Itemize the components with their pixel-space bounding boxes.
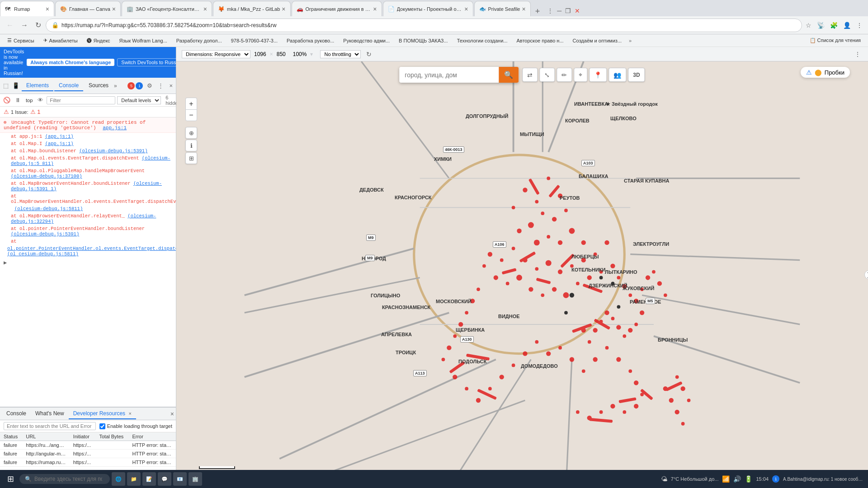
taskbar-sound-icon[interactable]: 🔊 xyxy=(733,475,741,483)
tab-elements[interactable]: Elements xyxy=(22,80,53,91)
taskbar-notification-badge[interactable]: 1 xyxy=(772,475,779,483)
settings-button[interactable]: ⋮ xyxy=(854,20,864,31)
more-tabs-button[interactable]: » xyxy=(114,83,117,89)
bookmark-dev1[interactable]: Разработку допол... xyxy=(173,37,226,44)
bottom-panel-close[interactable]: × xyxy=(170,410,174,418)
bookmark-wolfram[interactable]: Язык Wolfram Lang... xyxy=(116,37,171,44)
log-level-select[interactable]: Default levels xyxy=(117,96,161,104)
stack-link-6[interactable]: (olcesium-debug.js:5391 1) xyxy=(11,181,162,192)
map-side-layers[interactable]: ⊞ xyxy=(185,152,197,164)
stack-link-2[interactable]: (app.js:1) xyxy=(45,141,74,146)
tab-sources[interactable]: Sources xyxy=(84,80,113,91)
map-tool-3d[interactable]: 3D xyxy=(628,68,645,82)
stack-link-3[interactable]: (olcesium-debug.js:5391) xyxy=(79,148,147,154)
tab-seafile-close[interactable]: × xyxy=(522,5,525,13)
forward-button[interactable]: → xyxy=(18,19,31,31)
stack-link-8[interactable]: (olcesium-debug.js:5811) xyxy=(14,206,83,211)
map-side-location[interactable]: ⊕ xyxy=(185,127,197,139)
taskbar-app-outlook[interactable]: 📧 xyxy=(173,472,187,486)
bookmark-star-button[interactable]: ☆ xyxy=(804,20,813,31)
map-search-button[interactable]: 🔍 xyxy=(499,67,519,83)
stack-link-final[interactable]: ol.pointer.PointerEventHandler.ol.events… xyxy=(7,246,176,257)
zoom-out-button[interactable]: − xyxy=(185,109,197,121)
profile-button[interactable]: 👤 xyxy=(841,20,853,31)
bookmark-tech[interactable]: Технологии создани... xyxy=(453,37,511,44)
stack-link-10[interactable]: (olcesium-debug.js:5391) xyxy=(11,231,79,237)
inspect-element-button[interactable]: ⬚ xyxy=(2,81,10,90)
map-search-input[interactable] xyxy=(399,68,499,82)
bookmark-reading-list[interactable]: 📋 Список для чтения xyxy=(806,37,865,44)
start-button[interactable]: ⊞ xyxy=(4,474,18,484)
bookmark-dev2[interactable]: Разработка руково... xyxy=(283,37,338,44)
map-tool-measure[interactable]: ⌖ xyxy=(574,68,587,82)
cast-button[interactable]: 📡 xyxy=(815,20,826,31)
map-tool-pin[interactable]: 📍 xyxy=(589,68,607,82)
taskbar-search-input[interactable] xyxy=(34,476,102,482)
taskbar-app-chrome[interactable]: 🌐 xyxy=(112,472,125,486)
minimize-button[interactable]: ─ xyxy=(555,5,563,16)
tab-restrictions-close[interactable]: × xyxy=(373,5,377,13)
tab-gitlab-close[interactable]: × xyxy=(282,5,285,13)
map-tool-people[interactable]: 👥 xyxy=(609,68,626,82)
bookmark-copyright[interactable]: Авторское право н... xyxy=(513,37,567,44)
taskbar-app-word[interactable]: 📝 xyxy=(142,472,156,486)
expand-arrow[interactable]: ▶ xyxy=(0,258,176,268)
bookmark-book[interactable]: 978-5-97060-437-3... xyxy=(227,37,281,44)
context-eye-button[interactable]: 👁 xyxy=(36,95,45,105)
map-container[interactable]: ДОЛГОПРУДНЫЙ МЫТИЩИ КОРОЛЕВ ЩЕЛКОВО ИВАН… xyxy=(176,61,868,488)
map-tool-draw[interactable]: ✏ xyxy=(557,68,572,82)
dev-resources-search-input[interactable] xyxy=(4,422,96,430)
bookmark-yandex[interactable]: 🅨Яндекс xyxy=(83,37,114,44)
address-bar[interactable]: 🔒 https://rumap.ru/?l=Rumap:g&c=55.70388… xyxy=(46,19,802,32)
bookmarks-overflow[interactable]: » xyxy=(627,37,633,44)
bottom-tab-devresources[interactable]: Developer Resources × xyxy=(69,408,136,419)
refresh-device-button[interactable]: ↻ xyxy=(364,49,373,60)
stack-link-5[interactable]: (olcesium-debug.js:37100) xyxy=(11,174,82,179)
tab-search-button[interactable]: ⋮ xyxy=(545,5,555,16)
tab-documents-close[interactable]: × xyxy=(464,5,468,13)
devtools-settings-button[interactable]: ⚙ xyxy=(146,81,154,90)
error-link-main[interactable]: app.js:1 xyxy=(103,125,127,131)
tab-gitlab[interactable]: 🦊 mka / Mka_Pzz - GitLab × xyxy=(213,1,291,16)
taskbar-app-explorer[interactable]: 📁 xyxy=(127,472,141,486)
tab-documents[interactable]: 📄 Документы - Проектный офис... × xyxy=(383,1,473,16)
enable-loading-checkbox[interactable] xyxy=(99,423,105,429)
zoom-in-button[interactable]: + xyxy=(185,98,197,109)
dimensions-select[interactable]: Dimensions: Responsive xyxy=(182,50,250,58)
tab-console[interactable]: Console xyxy=(54,80,83,91)
tab-geotsent[interactable]: 🏢 ЗАО «Геоцентр-Консалтинг» — × xyxy=(122,1,212,16)
extensions-button[interactable]: 🧩 xyxy=(828,20,840,31)
tab-restrictions[interactable]: 🚗 Ограничения движения в свя... × xyxy=(292,1,382,16)
device-mode-button[interactable]: 📱 xyxy=(11,81,21,90)
map-side-info[interactable]: ℹ xyxy=(185,140,197,151)
stack-link-1[interactable]: (app.js:1) xyxy=(45,134,74,139)
map-tool-route[interactable]: ⇄ xyxy=(522,68,538,82)
taskbar-wifi-icon[interactable]: 📶 xyxy=(722,475,730,483)
bookmark-avia[interactable]: ✈Авиабилеты xyxy=(40,37,81,44)
back-button[interactable]: ← xyxy=(4,19,16,31)
tab-rumap[interactable]: 🗺 Rumap × xyxy=(0,1,54,16)
bookmark-help[interactable]: В ПОМОЩЬ ЗАКАЗ... xyxy=(395,37,452,44)
stack-link-4[interactable]: (olcesium-debug.js:5 811) xyxy=(11,155,170,166)
reload-button[interactable]: ↻ xyxy=(33,19,44,31)
taskbar-search[interactable]: 🔍 xyxy=(19,474,110,484)
devtools-more-button[interactable]: ⋮ xyxy=(156,81,165,90)
preserve-log-button[interactable]: ⏸ xyxy=(14,95,22,105)
taskbar-battery-icon[interactable]: 🔋 xyxy=(745,475,752,483)
throttle-select[interactable]: No throttling xyxy=(320,50,361,58)
tab-canva-close[interactable]: × xyxy=(112,5,116,13)
table-row[interactable]: failure https://ru.../angular.min.js.map… xyxy=(0,441,176,450)
devtools-close-button[interactable]: × xyxy=(168,81,174,90)
stack-link-9[interactable]: (olcesium-debug.js:32294) xyxy=(11,213,156,224)
bookmark-admin[interactable]: Руководство адми... xyxy=(340,37,393,44)
clear-console-button[interactable]: 🚫 xyxy=(2,95,12,105)
table-row[interactable]: failure https://rumap.ru/.../olms.js.map… xyxy=(0,458,176,467)
tab-canva[interactable]: 🎨 Главная — Canva × xyxy=(55,1,121,16)
tab-rumap-close[interactable]: × xyxy=(46,5,49,13)
tab-seafile[interactable]: 🐟 Private Seafile × xyxy=(474,1,531,16)
new-tab-button[interactable]: + xyxy=(532,7,544,16)
close-button[interactable]: ✕ xyxy=(573,5,582,16)
bottom-tab-whatsnew[interactable]: What's New xyxy=(31,408,69,419)
devresources-close[interactable]: × xyxy=(128,411,131,416)
console-filter-input[interactable] xyxy=(47,96,115,104)
